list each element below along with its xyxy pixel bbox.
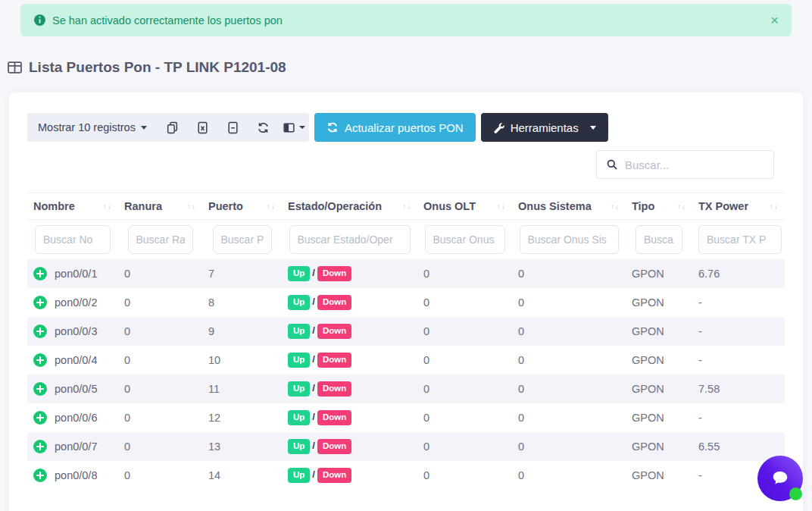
status-down-badge[interactable]: Down [317, 468, 351, 482]
onus-olt-value: 0 [417, 461, 512, 490]
status-down-badge[interactable]: Down [317, 353, 351, 367]
tipo-value: GPON [626, 317, 692, 346]
update-pon-ports-button[interactable]: Actualizar puertos PON [314, 113, 476, 142]
filter-puerto-input[interactable] [213, 225, 272, 254]
status-down-badge[interactable]: Down [317, 439, 351, 453]
chevron-down-icon [141, 126, 147, 130]
table-row: pon0/0/4 0 10 Up/Down 0 0 GPON - [27, 346, 785, 375]
tipo-value: GPON [626, 461, 692, 490]
search-row [27, 150, 785, 179]
port-name: pon0/0/4 [55, 354, 97, 366]
sort-icon: ↑↓ [677, 202, 686, 211]
expand-row-button[interactable] [33, 382, 47, 396]
tipo-value: GPON [626, 432, 692, 461]
table-controls: Mostrar 10 registros [27, 113, 309, 142]
status-up-badge[interactable]: Up [288, 468, 310, 482]
filter-tipo-input[interactable] [636, 225, 682, 254]
status-up-badge[interactable]: Up [288, 353, 310, 367]
status-up-badge[interactable]: Up [288, 324, 310, 338]
tipo-value: GPON [626, 346, 692, 375]
export-file-button[interactable] [218, 113, 248, 142]
column-header-estado[interactable]: Estado/Operación↑↓ [282, 193, 417, 220]
status-separator: / [312, 382, 315, 393]
tx-power-value: - [692, 288, 785, 317]
tipo-value: GPON [626, 288, 692, 317]
reload-table-button[interactable] [248, 113, 279, 142]
tools-button[interactable]: Herramientas [481, 113, 608, 142]
onus-sistema-value: 0 [512, 403, 626, 432]
filter-estado-input[interactable] [289, 225, 411, 254]
tx-power-value: - [692, 403, 785, 432]
column-header-nombre[interactable]: Nombre↑↓ [27, 193, 118, 220]
status-separator: / [312, 267, 315, 278]
status-up-badge[interactable]: Up [288, 295, 310, 309]
expand-row-button[interactable] [33, 411, 47, 425]
status-separator: / [312, 440, 315, 451]
ports-card: Mostrar 10 registros [9, 92, 803, 511]
show-entries-label: Mostrar 10 registros [38, 121, 136, 133]
ranura-value: 0 [118, 259, 202, 288]
column-visibility-button[interactable] [279, 113, 309, 142]
status-up-badge[interactable]: Up [288, 439, 310, 453]
onus-olt-value: 0 [417, 403, 512, 432]
filter-onus-sistema-input[interactable] [520, 225, 619, 254]
ranura-value: 0 [118, 403, 202, 432]
expand-row-button[interactable] [33, 296, 47, 309]
filter-onus-olt-input[interactable] [425, 225, 505, 254]
sort-icon: ↑↓ [103, 202, 112, 211]
search-input[interactable] [625, 158, 776, 171]
show-entries-button[interactable]: Mostrar 10 registros [27, 113, 158, 142]
online-status-dot [789, 487, 802, 500]
puerto-value: 7 [202, 259, 282, 288]
status-separator: / [312, 296, 315, 307]
expand-row-button[interactable] [33, 440, 47, 453]
file-excel-icon [196, 121, 209, 134]
column-header-onus-sistema[interactable]: Onus Sistema↑↓ [512, 193, 626, 220]
onus-sistema-value: 0 [512, 288, 626, 317]
table-filter-row [27, 220, 785, 260]
search-icon [606, 158, 618, 171]
status-down-badge[interactable]: Down [317, 381, 351, 396]
onus-olt-value: 0 [417, 432, 512, 461]
column-header-tipo[interactable]: Tipo↑↓ [626, 193, 692, 220]
table-header-row: Nombre↑↓ Ranura↑↓ Puerto↑↓ Estado/Operac… [27, 193, 785, 220]
onus-sistema-value: 0 [512, 375, 626, 403]
onus-olt-value: 0 [417, 346, 512, 375]
chat-widget-button[interactable] [757, 456, 803, 501]
page-title-row: Lista Puertos Pon - TP LINK P1201-08 [8, 59, 812, 76]
status-up-badge[interactable]: Up [288, 410, 310, 425]
column-header-onus-olt[interactable]: Onus OLT↑↓ [417, 193, 512, 220]
table-row: pon0/0/8 0 14 Up/Down 0 0 GPON - [27, 461, 785, 490]
status-down-badge[interactable]: Down [317, 266, 351, 281]
filter-nombre-input[interactable] [35, 225, 111, 254]
search-box [596, 150, 774, 179]
expand-row-button[interactable] [33, 353, 47, 367]
alert-message: Se han activado correctamente los puerto… [52, 14, 283, 27]
expand-row-button[interactable] [33, 267, 47, 281]
status-down-badge[interactable]: Down [317, 410, 351, 425]
filter-tx-power-input[interactable] [698, 225, 782, 254]
port-name: pon0/0/3 [55, 325, 97, 337]
port-name: pon0/0/2 [55, 296, 97, 309]
onus-olt-value: 0 [417, 317, 512, 346]
success-alert: Se han activado correctamente los puerto… [20, 4, 792, 36]
status-down-badge[interactable]: Down [317, 295, 351, 309]
status-down-badge[interactable]: Down [317, 324, 351, 338]
puerto-value: 8 [202, 288, 282, 317]
filter-ranura-input[interactable] [128, 225, 193, 254]
copy-button[interactable] [158, 113, 188, 142]
column-header-ranura[interactable]: Ranura↑↓ [118, 193, 202, 220]
column-header-tx-power[interactable]: TX Power↑↓ [692, 193, 785, 220]
expand-row-button[interactable] [33, 324, 47, 338]
ranura-value: 0 [118, 346, 202, 375]
expand-row-button[interactable] [33, 469, 47, 482]
column-header-puerto[interactable]: Puerto↑↓ [202, 193, 282, 220]
alert-close-button[interactable]: × [770, 13, 779, 27]
status-up-badge[interactable]: Up [288, 266, 310, 281]
export-excel-button[interactable] [188, 113, 218, 142]
chat-bubble-icon [769, 467, 792, 490]
table-body: pon0/0/1 0 7 Up/Down 0 0 GPON 6.76 pon0/… [27, 259, 785, 490]
port-name: pon0/0/7 [55, 440, 97, 453]
tipo-value: GPON [626, 403, 692, 432]
status-up-badge[interactable]: Up [288, 381, 310, 396]
